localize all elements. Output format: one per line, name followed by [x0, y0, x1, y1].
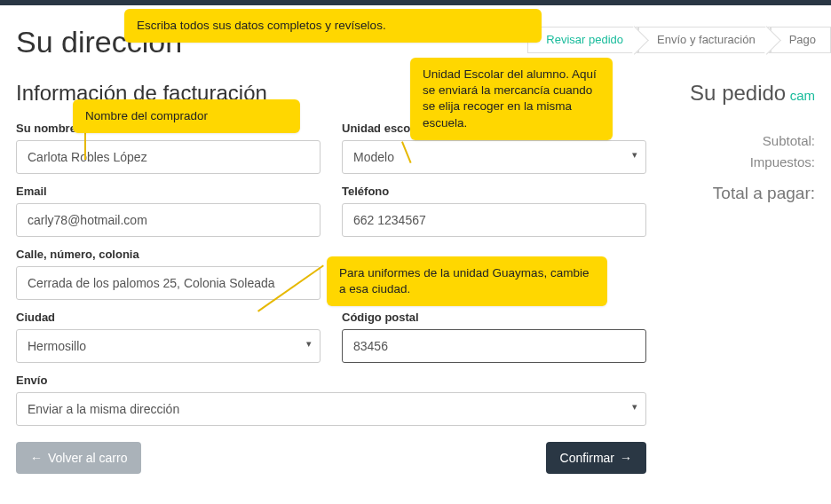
subtotal-label: Subtotal: [682, 130, 815, 152]
breadcrumb-label: Pago [789, 33, 816, 46]
address-label: Calle, número, colonia [16, 248, 321, 261]
confirm-button[interactable]: Confirmar → [546, 442, 646, 474]
breadcrumb-label: Envío y facturación [657, 33, 756, 46]
callout-school: Unidad Escolar del alumno. Aquí se envia… [410, 58, 613, 140]
city-label: Ciudad [16, 311, 321, 324]
name-input[interactable] [16, 140, 321, 174]
order-title: Su pedido [690, 81, 786, 105]
change-link[interactable]: cam [790, 88, 815, 103]
back-button-label: Volver al carro [48, 451, 127, 465]
shipping-label: Envío [16, 374, 646, 387]
email-label: Email [16, 185, 321, 198]
callout-connector [84, 133, 86, 160]
breadcrumb-step-shipping[interactable]: Envío y facturación [638, 27, 771, 53]
order-summary: Su pedido cam Subtotal: Impuestos: Total… [682, 81, 815, 474]
shipping-select[interactable]: Enviar a la misma dirección [16, 392, 646, 426]
school-select[interactable]: Modelo [342, 140, 646, 174]
callout-city: Para uniformes de la unidad Guaymas, cam… [327, 256, 607, 306]
phone-input[interactable] [342, 203, 646, 237]
tax-label: Impuestos: [682, 152, 815, 173]
arrow-right-icon: → [620, 451, 632, 465]
callout-top: Escriba todos sus datos completos y reví… [124, 9, 542, 43]
callout-name: Nombre del comprador [73, 99, 300, 133]
back-button[interactable]: ← Volver al carro [16, 442, 141, 474]
breadcrumb-step-review[interactable]: Revisar pedido [527, 27, 638, 53]
address-input[interactable] [16, 266, 321, 300]
checkout-breadcrumb: Revisar pedido Envío y facturación Pago [527, 27, 831, 53]
email-input[interactable] [16, 203, 321, 237]
total-label: Total a pagar: [682, 180, 815, 207]
confirm-button-label: Confirmar [560, 451, 614, 465]
arrow-left-icon: ← [30, 451, 43, 465]
postal-label: Código postal [342, 311, 646, 324]
breadcrumb-label: Revisar pedido [546, 33, 623, 46]
city-select[interactable]: Hermosillo [16, 329, 321, 363]
postal-input[interactable] [342, 329, 646, 363]
phone-label: Teléfono [342, 185, 646, 198]
